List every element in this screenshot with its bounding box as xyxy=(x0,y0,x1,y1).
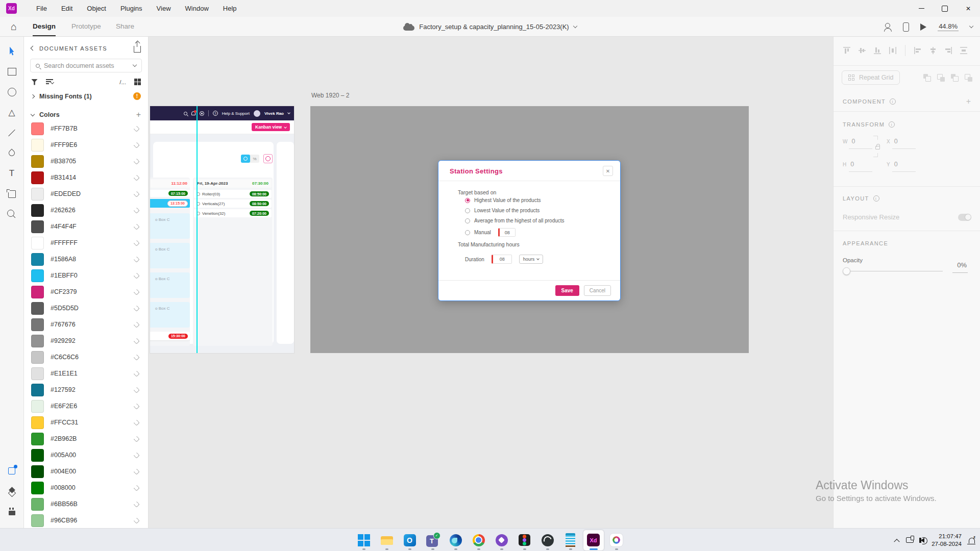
pen-tool-icon[interactable] xyxy=(0,143,23,163)
color-row[interactable]: #E1E1E1 xyxy=(24,365,148,382)
color-row[interactable]: #004E00 xyxy=(24,463,148,480)
taskbar-clock[interactable]: 21:07:47 27-08-2024 xyxy=(932,533,962,548)
ellipse-tool-icon[interactable] xyxy=(0,82,23,102)
color-row[interactable]: #929292 xyxy=(24,333,148,349)
color-row[interactable]: #B38705 xyxy=(24,153,148,169)
device-preview-icon[interactable] xyxy=(903,22,909,32)
color-row[interactable]: #FFCC31 xyxy=(24,414,148,431)
station-settings-modal[interactable]: Station Settings Target based on Highest… xyxy=(438,160,621,301)
boolean-add-icon[interactable] xyxy=(923,74,931,82)
color-row[interactable]: #FF7B7B xyxy=(24,120,148,137)
maximize-button[interactable] xyxy=(933,0,957,17)
align-bottom-icon[interactable] xyxy=(873,46,881,55)
menu-item[interactable]: Object xyxy=(80,0,113,17)
color-row[interactable]: #1EBFF0 xyxy=(24,267,148,284)
artboard-label[interactable]: Web 1920 – 2 xyxy=(311,92,350,99)
menu-item[interactable]: Window xyxy=(178,0,216,17)
add-component-button[interactable] xyxy=(966,97,971,106)
minimize-button[interactable] xyxy=(910,0,933,17)
width-field[interactable]: W0 xyxy=(843,138,855,145)
zoom-chevron-icon[interactable] xyxy=(969,24,973,28)
network-icon[interactable] xyxy=(906,537,914,543)
opacity-slider-knob[interactable] xyxy=(843,267,850,275)
search-box[interactable] xyxy=(30,59,142,72)
color-row[interactable]: #127592 xyxy=(24,382,148,398)
menu-item[interactable]: View xyxy=(150,0,178,17)
zoom-tool-icon[interactable] xyxy=(0,204,23,224)
distribute-horizontal-icon[interactable] xyxy=(960,46,968,55)
boolean-intersect-icon[interactable] xyxy=(951,74,959,82)
color-row[interactable]: #FFF9E6 xyxy=(24,137,148,153)
opacity-slider[interactable] xyxy=(843,267,945,276)
obs-taskbar-icon[interactable] xyxy=(537,530,558,550)
loop-taskbar-icon[interactable] xyxy=(492,530,512,550)
share-export-icon[interactable] xyxy=(134,46,141,53)
color-row[interactable]: #CF2379 xyxy=(24,284,148,300)
list-view-icon[interactable]: /... xyxy=(119,79,126,85)
chrome-taskbar-icon[interactable] xyxy=(469,530,489,550)
canvas[interactable]: Web 1920 – 2 Help & Support Vivek Rao Ka… xyxy=(149,37,833,528)
search-input[interactable] xyxy=(44,62,129,69)
align-right-icon[interactable] xyxy=(944,46,952,55)
align-top-icon[interactable] xyxy=(843,46,851,55)
assets-panel-icon[interactable] xyxy=(0,502,23,522)
volume-icon[interactable] xyxy=(921,538,924,543)
grid-view-icon[interactable] xyxy=(134,79,141,85)
distribute-vertical-icon[interactable] xyxy=(889,46,897,55)
document-title[interactable]: Factory_setup & capacity_planning_15-05-… xyxy=(419,23,569,31)
tab-design[interactable]: Design xyxy=(33,17,56,36)
menu-item[interactable]: Help xyxy=(216,0,244,17)
outlook-taskbar-icon[interactable] xyxy=(400,530,420,550)
menu-item[interactable]: Plugins xyxy=(113,0,150,17)
colors-section-header[interactable]: Colors xyxy=(31,111,141,118)
radio-icon[interactable] xyxy=(465,218,470,223)
radio-option-lowest[interactable]: Lowest Value of the products xyxy=(465,208,540,213)
text-tool-icon[interactable] xyxy=(0,163,23,184)
color-row[interactable]: #EDEDED xyxy=(24,186,148,202)
notification-bell-icon[interactable] xyxy=(969,538,975,543)
boolean-subtract-icon[interactable] xyxy=(937,74,945,82)
home-icon[interactable] xyxy=(8,21,19,32)
repeat-grid-button[interactable]: Repeat Grid xyxy=(842,70,900,85)
save-button[interactable]: Save xyxy=(555,285,579,296)
manual-value-input[interactable]: 08 xyxy=(498,228,516,237)
start-taskbar-icon[interactable] xyxy=(354,530,374,550)
color-row[interactable]: #96CB96 xyxy=(24,512,148,528)
zoom-level[interactable]: 44.8% xyxy=(938,22,959,31)
color-row[interactable]: #E6F2E6 xyxy=(24,398,148,414)
play-icon[interactable] xyxy=(920,23,926,31)
radio-option-average[interactable]: Average from the highest of all products xyxy=(465,218,565,223)
duration-input[interactable]: 08 xyxy=(492,255,512,264)
figma-taskbar-icon[interactable] xyxy=(514,530,535,550)
radio-option-highest[interactable]: Highest Value of the products xyxy=(465,197,541,203)
plugins-panel-icon[interactable] xyxy=(0,461,23,481)
notepad-taskbar-icon[interactable] xyxy=(560,530,581,550)
color-row[interactable]: #4F4F4F xyxy=(24,218,148,235)
chevron-down-icon[interactable] xyxy=(573,24,577,28)
color-row[interactable]: #6BB56B xyxy=(24,496,148,512)
tray-chevron-up-icon[interactable] xyxy=(894,539,900,544)
xd-taskbar-icon[interactable] xyxy=(583,530,604,550)
sort-icon[interactable] xyxy=(46,79,56,85)
creative-cloud-taskbar-icon[interactable] xyxy=(606,530,627,550)
responsive-resize-toggle[interactable] xyxy=(958,214,971,221)
cancel-button[interactable]: Cancel xyxy=(584,285,611,296)
edge-taskbar-icon[interactable] xyxy=(446,530,466,550)
color-row[interactable]: #5D5D5D xyxy=(24,300,148,316)
radio-option-manual[interactable]: Manual 08 xyxy=(465,228,516,237)
duration-unit-dropdown[interactable]: hours xyxy=(519,255,544,264)
height-field[interactable]: H0 xyxy=(843,161,854,168)
menu-item[interactable]: File xyxy=(29,0,54,17)
align-middle-vertical-icon[interactable] xyxy=(858,46,866,55)
missing-fonts-row[interactable]: Missing Fonts (1) xyxy=(31,92,141,100)
rectangle-tool-icon[interactable] xyxy=(0,61,23,82)
menu-item[interactable]: Edit xyxy=(54,0,80,17)
polygon-tool-icon[interactable] xyxy=(0,102,23,122)
explorer-taskbar-icon[interactable] xyxy=(377,530,397,550)
teams-taskbar-icon[interactable] xyxy=(423,530,443,550)
color-row[interactable]: #2B962B xyxy=(24,431,148,447)
align-left-icon[interactable] xyxy=(914,46,922,55)
color-row[interactable]: #008000 xyxy=(24,480,148,496)
color-row[interactable]: #262626 xyxy=(24,202,148,218)
color-row[interactable]: #767676 xyxy=(24,316,148,333)
